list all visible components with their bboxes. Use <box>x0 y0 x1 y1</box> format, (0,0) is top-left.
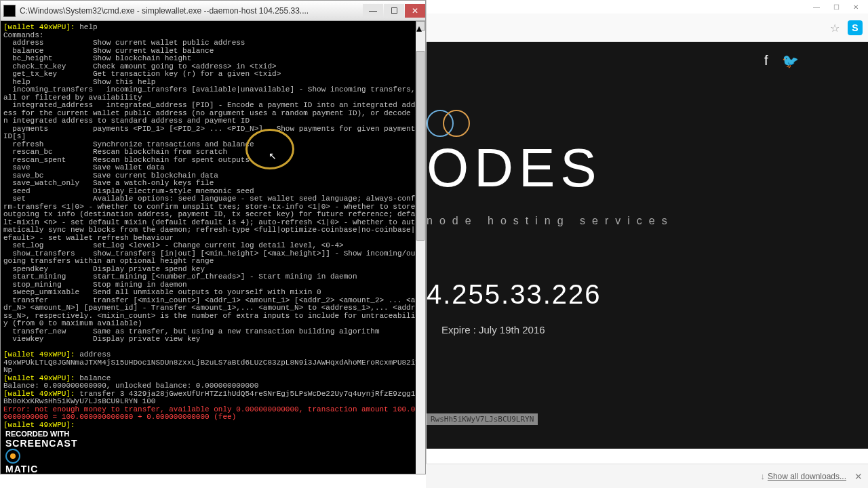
downloads-bar: ↓ Show all downloads... ✕ <box>426 464 868 488</box>
close-button[interactable]: ✕ <box>405 4 425 18</box>
cmd-scrollbar[interactable]: ▴ <box>416 21 425 474</box>
minimize-button[interactable]: — <box>363 4 383 18</box>
cmd-body[interactable]: [wallet 49xWPU]: help Commands: address … <box>1 21 425 474</box>
screencast-watermark: RECORDED WITH SCREENCAST MATIC <box>5 430 77 474</box>
downloads-bar-close-button[interactable]: ✕ <box>854 471 863 482</box>
browser-titlebar[interactable]: — ☐ ✕ <box>427 0 868 14</box>
cmd-window-title: C:\Windows\System32\cmd.exe - simplewall… <box>20 6 362 16</box>
watermark-brand: SCREENCAST MATIC <box>5 438 77 474</box>
page-content: f 🐦 ODES node hosting services 4.255.33.… <box>427 42 868 449</box>
browser-close-button[interactable]: ✕ <box>846 1 865 12</box>
download-arrow-icon: ↓ <box>760 471 765 481</box>
scroll-up-icon[interactable]: ▴ <box>416 21 425 30</box>
browser-window: — ☐ ✕ ☆ S f 🐦 ODES node hosting services… <box>426 0 868 488</box>
cmd-titlebar[interactable]: C:\Windows\System32\cmd.exe - simplewall… <box>1 1 425 21</box>
bookmark-star-icon[interactable]: ☆ <box>830 22 842 34</box>
ip-address: 4.255.33.226 <box>427 279 601 310</box>
browser-minimize-button[interactable]: — <box>807 1 826 12</box>
terminal-content: [wallet 49xWPU]: help Commands: address … <box>3 24 422 429</box>
expire-date: Expire : July 19th 2016 <box>441 324 545 336</box>
maximize-button[interactable]: ☐ <box>384 4 404 18</box>
watermark-recorded-with: RECORDED WITH <box>5 430 77 438</box>
cursor-icon: ↖ <box>269 150 277 161</box>
site-logo-text: ODES <box>427 137 602 199</box>
browser-toolbar: ☆ S <box>427 14 868 42</box>
site-tagline: node hosting services <box>427 215 674 227</box>
show-all-downloads-link[interactable]: Show all downloads... <box>768 472 846 481</box>
scrollbar-thumb[interactable] <box>416 51 425 241</box>
cmd-window: C:\Windows\System32\cmd.exe - simplewall… <box>0 0 426 474</box>
browser-maximize-button[interactable]: ☐ <box>827 1 846 12</box>
twitter-icon[interactable]: 🐦 <box>782 53 799 69</box>
facebook-icon[interactable]: f <box>764 53 768 69</box>
cmd-icon <box>3 5 16 17</box>
skype-extension-icon[interactable]: S <box>848 20 863 35</box>
selected-hash-text[interactable]: RwsHh5iKWyV7LJsBCU9LRYN <box>427 413 538 425</box>
